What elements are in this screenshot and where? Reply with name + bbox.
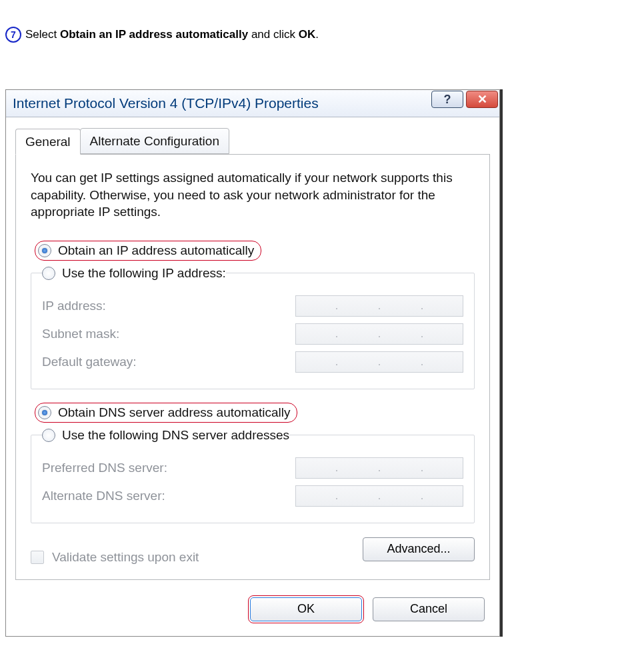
tab-strip: General Alternate Configuration bbox=[15, 128, 490, 155]
label-preferred-dns: Preferred DNS server: bbox=[42, 461, 167, 475]
tab-general[interactable]: General bbox=[15, 129, 81, 155]
instruction-text: Select Obtain an IP address automaticall… bbox=[25, 28, 319, 41]
help-button[interactable]: ? bbox=[431, 91, 463, 108]
instruction-step: 7 Select Obtain an IP address automatica… bbox=[5, 27, 634, 43]
input-ip-address[interactable]: ... bbox=[295, 295, 463, 317]
dialog-title: Internet Protocol Version 4 (TCP/IPv4) P… bbox=[13, 95, 319, 111]
input-subnet-mask[interactable]: ... bbox=[295, 323, 463, 345]
validate-and-advanced-row: Validate settings upon exit Advanced... bbox=[31, 534, 475, 565]
row-default-gateway: Default gateway: ... bbox=[42, 351, 463, 373]
validate-checkbox-row: Validate settings upon exit bbox=[31, 550, 199, 565]
checkbox-validate-label: Validate settings upon exit bbox=[52, 550, 199, 565]
tab-pane-general: You can get IP settings assigned automat… bbox=[15, 155, 490, 580]
close-icon: ✕ bbox=[477, 92, 487, 107]
radio-dot-icon bbox=[42, 248, 47, 253]
radio-use-ip-legend: Use the following IP address: bbox=[42, 266, 226, 281]
input-default-gateway[interactable]: ... bbox=[295, 351, 463, 373]
radio-obtain-ip-auto[interactable] bbox=[38, 244, 51, 257]
radio-obtain-ip-auto-wrapper: Obtain an IP address automatically bbox=[31, 238, 475, 263]
label-alternate-dns: Alternate DNS server: bbox=[42, 489, 165, 503]
titlebar-buttons: ? ✕ bbox=[429, 95, 498, 112]
dialog-button-row: OK Cancel bbox=[15, 597, 490, 621]
highlight-obtain-ip-auto: Obtain an IP address automatically bbox=[35, 241, 261, 261]
tcpip-properties-dialog: Internet Protocol Version 4 (TCP/IPv4) P… bbox=[5, 89, 500, 637]
dialog-titlebar: Internet Protocol Version 4 (TCP/IPv4) P… bbox=[6, 90, 499, 117]
group-use-ip: Use the following IP address: IP address… bbox=[31, 266, 475, 389]
radio-obtain-ip-auto-label: Obtain an IP address automatically bbox=[58, 243, 254, 258]
radio-use-dns[interactable] bbox=[42, 429, 55, 442]
help-icon: ? bbox=[444, 93, 451, 107]
label-default-gateway: Default gateway: bbox=[42, 355, 137, 369]
radio-dot-icon bbox=[42, 410, 47, 415]
ok-button[interactable]: OK bbox=[250, 597, 362, 621]
radio-obtain-dns-auto[interactable] bbox=[38, 406, 51, 419]
row-alternate-dns: Alternate DNS server: ... bbox=[42, 485, 463, 507]
row-subnet-mask: Subnet mask: ... bbox=[42, 323, 463, 345]
highlight-obtain-dns-auto: Obtain DNS server address automatically bbox=[35, 403, 297, 423]
input-preferred-dns[interactable]: ... bbox=[295, 457, 463, 479]
radio-use-ip[interactable] bbox=[42, 267, 55, 280]
dialog-client-area: General Alternate Configuration You can … bbox=[6, 117, 499, 636]
tab-alternate-configuration[interactable]: Alternate Configuration bbox=[80, 128, 229, 154]
row-ip-address: IP address: ... bbox=[42, 295, 463, 317]
radio-obtain-dns-auto-label: Obtain DNS server address automatically bbox=[58, 405, 290, 420]
radio-obtain-dns-auto-wrapper: Obtain DNS server address automatically bbox=[31, 400, 475, 425]
step-number-badge: 7 bbox=[5, 27, 21, 43]
label-subnet-mask: Subnet mask: bbox=[42, 327, 119, 341]
radio-use-dns-label: Use the following DNS server addresses bbox=[62, 428, 289, 443]
cancel-button[interactable]: Cancel bbox=[373, 597, 485, 621]
row-preferred-dns: Preferred DNS server: ... bbox=[42, 457, 463, 479]
radio-use-dns-legend: Use the following DNS server addresses bbox=[42, 428, 289, 443]
group-use-dns: Use the following DNS server addresses P… bbox=[31, 428, 475, 523]
checkbox-validate[interactable] bbox=[31, 551, 44, 564]
advanced-button[interactable]: Advanced... bbox=[363, 537, 475, 561]
radio-use-ip-label: Use the following IP address: bbox=[62, 266, 226, 281]
intro-text: You can get IP settings assigned automat… bbox=[31, 169, 475, 221]
label-ip-address: IP address: bbox=[42, 299, 106, 313]
close-button[interactable]: ✕ bbox=[466, 91, 498, 108]
input-alternate-dns[interactable]: ... bbox=[295, 485, 463, 507]
